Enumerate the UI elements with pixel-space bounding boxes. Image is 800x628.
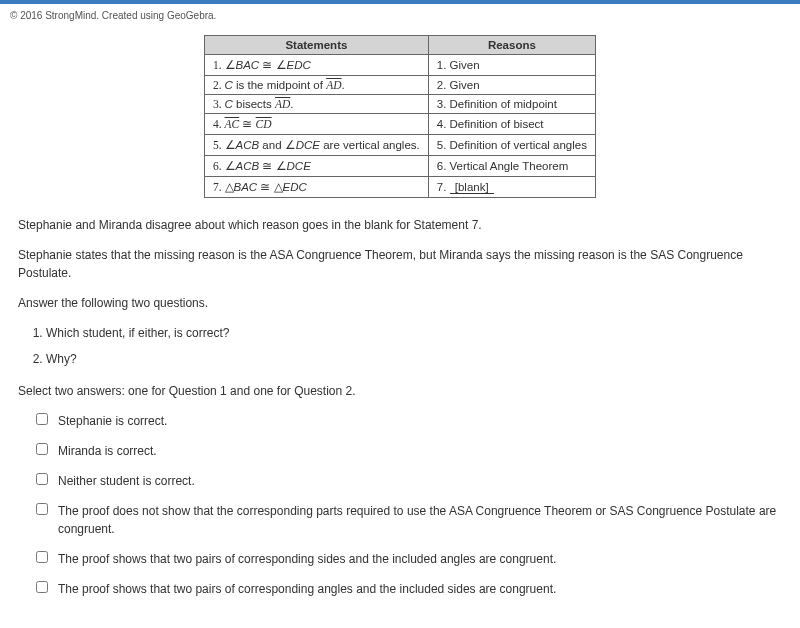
question-list: Which student, if either, is correct? Wh… [46, 324, 782, 368]
content-area: Stephanie and Miranda disagree about whi… [0, 216, 800, 628]
table-row: 7. △BAC ≅ △EDC7. [blank] [205, 177, 596, 198]
reason-cell: 1. Given [428, 55, 595, 76]
statement-cell: 1. ∠BAC ≅ ∠EDC [205, 55, 429, 76]
answer-label: Miranda is correct. [58, 442, 157, 460]
answer-option[interactable]: Neither student is correct. [36, 472, 782, 490]
answer-label: Stephanie is correct. [58, 412, 167, 430]
reason-cell: 6. Vertical Angle Theorem [428, 156, 595, 177]
table-row: 5. ∠ACB and ∠DCE are vertical angles.5. … [205, 135, 596, 156]
reason-cell: 4. Definition of bisect [428, 114, 595, 135]
table-row: 1. ∠BAC ≅ ∠EDC1. Given [205, 55, 596, 76]
statement-cell: 4. AC ≅ CD [205, 114, 429, 135]
statement-cell: 3. C bisects AD. [205, 95, 429, 114]
answer-checkbox[interactable] [36, 473, 48, 485]
statement-cell: 6. ∠ACB ≅ ∠DCE [205, 156, 429, 177]
header-statements: Statements [205, 36, 429, 55]
answer-label: The proof shows that two pairs of corres… [58, 550, 556, 568]
answer-option[interactable]: Stephanie is correct. [36, 412, 782, 430]
question-2: Why? [46, 350, 782, 368]
paragraph-disagree: Stephanie and Miranda disagree about whi… [18, 216, 782, 234]
table-row: 4. AC ≅ CD4. Definition of bisect [205, 114, 596, 135]
paragraph-select-two: Select two answers: one for Question 1 a… [18, 382, 782, 400]
answer-checkbox[interactable] [36, 551, 48, 563]
answer-checkbox[interactable] [36, 503, 48, 515]
reason-cell: 7. [blank] [428, 177, 595, 198]
reason-cell: 2. Given [428, 76, 595, 95]
answer-checkbox[interactable] [36, 581, 48, 593]
header-reasons: Reasons [428, 36, 595, 55]
copyright-text: © 2016 StrongMind. Created using GeoGebr… [0, 4, 800, 35]
answer-label: The proof shows that two pairs of corres… [58, 580, 556, 598]
answer-option[interactable]: The proof shows that two pairs of corres… [36, 550, 782, 568]
answer-option[interactable]: The proof does not show that the corresp… [36, 502, 782, 538]
table-row: 2. C is the midpoint of AD.2. Given [205, 76, 596, 95]
statement-cell: 7. △BAC ≅ △EDC [205, 177, 429, 198]
answer-checkbox[interactable] [36, 413, 48, 425]
paragraph-answer-prompt: Answer the following two questions. [18, 294, 782, 312]
statement-cell: 2. C is the midpoint of AD. [205, 76, 429, 95]
answer-label: Neither student is correct. [58, 472, 195, 490]
proof-table-container: Statements Reasons 1. ∠BAC ≅ ∠EDC1. Give… [0, 35, 800, 198]
proof-table: Statements Reasons 1. ∠BAC ≅ ∠EDC1. Give… [204, 35, 596, 198]
answers-block: Stephanie is correct.Miranda is correct.… [36, 412, 782, 598]
reason-cell: 5. Definition of vertical angles [428, 135, 595, 156]
statement-cell: 5. ∠ACB and ∠DCE are vertical angles. [205, 135, 429, 156]
reason-cell: 3. Definition of midpoint [428, 95, 595, 114]
paragraph-claim: Stephanie states that the missing reason… [18, 246, 782, 282]
answer-label: The proof does not show that the corresp… [58, 502, 782, 538]
question-1: Which student, if either, is correct? [46, 324, 782, 342]
answer-option[interactable]: The proof shows that two pairs of corres… [36, 580, 782, 598]
answer-checkbox[interactable] [36, 443, 48, 455]
table-row: 6. ∠ACB ≅ ∠DCE6. Vertical Angle Theorem [205, 156, 596, 177]
table-row: 3. C bisects AD.3. Definition of midpoin… [205, 95, 596, 114]
answer-option[interactable]: Miranda is correct. [36, 442, 782, 460]
